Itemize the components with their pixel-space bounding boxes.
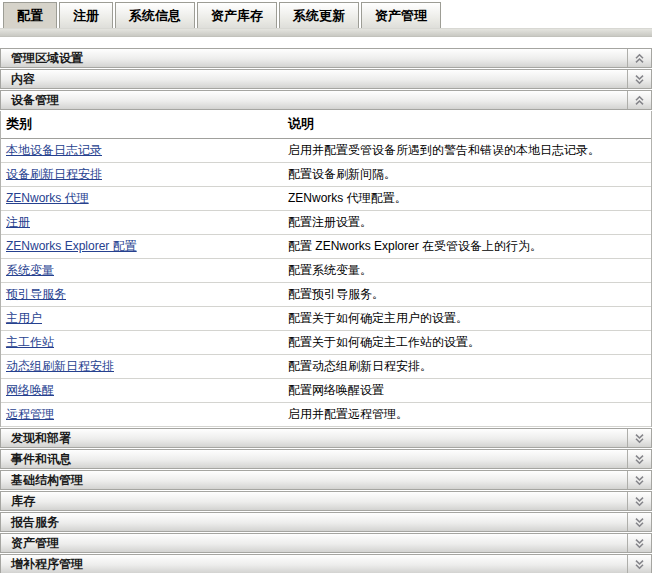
row-description: 配置网络唤醒设置 <box>283 379 651 403</box>
double-chevron-up-icon[interactable] <box>627 91 651 109</box>
category-link[interactable]: 设备刷新日程安排 <box>6 167 102 181</box>
category-table: 类别 说明 本地设备日志记录 启用并配置受管设备所遇到的警告和错误的本地日志记录… <box>1 111 651 427</box>
section-title: 资产管理 <box>1 534 627 552</box>
table-row: 设备刷新日程安排 配置设备刷新间隔。 <box>1 163 651 187</box>
section-title: 设备管理 <box>1 91 627 109</box>
category-link[interactable]: 主工作站 <box>6 335 54 349</box>
category-link[interactable]: 动态组刷新日程安排 <box>6 359 114 373</box>
double-chevron-up-icon[interactable] <box>627 49 651 67</box>
row-description: 配置设备刷新间隔。 <box>283 163 651 187</box>
double-chevron-down-icon[interactable] <box>627 534 651 552</box>
spacer <box>0 37 652 48</box>
section-header-event-and-messaging[interactable]: 事件和讯息 <box>0 449 652 469</box>
row-description: 配置 ZENworks Explorer 在受管设备上的行为。 <box>283 235 651 259</box>
section-title: 基础结构管理 <box>1 471 627 489</box>
section-title: 发现和部署 <box>1 429 627 447</box>
double-chevron-down-icon[interactable] <box>627 471 651 489</box>
section-title: 管理区域设置 <box>1 49 627 67</box>
category-link[interactable]: 本地设备日志记录 <box>6 143 102 157</box>
section-header-reporting-services[interactable]: 报告服务 <box>0 512 652 532</box>
table-row: 网络唤醒 配置网络唤醒设置 <box>1 379 651 403</box>
row-description: 启用并配置远程管理。 <box>283 403 651 427</box>
row-description: 配置系统变量。 <box>283 259 651 283</box>
double-chevron-down-icon[interactable] <box>627 492 651 510</box>
row-description: 配置预引导服务。 <box>283 283 651 307</box>
table-row: ZENworks Explorer 配置 配置 ZENworks Explore… <box>1 235 651 259</box>
section-header-content[interactable]: 内容 <box>0 69 652 89</box>
section-header-asset-management[interactable]: 资产管理 <box>0 533 652 553</box>
tab-asset-inventory[interactable]: 资产库存 <box>197 2 277 28</box>
category-link[interactable]: ZENworks Explorer 配置 <box>6 239 137 253</box>
double-chevron-down-icon[interactable] <box>627 555 651 573</box>
column-header-description: 说明 <box>283 111 651 139</box>
row-description: 配置关于如何确定主工作站的设置。 <box>283 331 651 355</box>
section-header-discovery-and-deployment[interactable]: 发现和部署 <box>0 428 652 448</box>
tab-system-information[interactable]: 系统信息 <box>115 2 195 28</box>
section-title: 报告服务 <box>1 513 627 531</box>
row-description: ZENworks 代理配置。 <box>283 187 651 211</box>
section-header-management-zone-settings[interactable]: 管理区域设置 <box>0 48 652 68</box>
section-header-inventory[interactable]: 库存 <box>0 491 652 511</box>
table-row: 远程管理 启用并配置远程管理。 <box>1 403 651 427</box>
double-chevron-down-icon[interactable] <box>627 450 651 468</box>
category-link[interactable]: 远程管理 <box>6 407 54 421</box>
column-header-category: 类别 <box>1 111 283 139</box>
double-chevron-down-icon[interactable] <box>627 513 651 531</box>
section-header-device-management[interactable]: 设备管理 <box>0 90 652 110</box>
tab-bottom-strip <box>0 28 652 37</box>
double-chevron-down-icon[interactable] <box>627 70 651 88</box>
device-management-table-wrap: 类别 说明 本地设备日志记录 启用并配置受管设备所遇到的警告和错误的本地日志记录… <box>0 111 652 427</box>
section-title: 库存 <box>1 492 627 510</box>
table-row: 系统变量 配置系统变量。 <box>1 259 651 283</box>
table-row: 主用户 配置关于如何确定主用户的设置。 <box>1 307 651 331</box>
table-header-row: 类别 说明 <box>1 111 651 139</box>
table-row: ZENworks 代理 ZENworks 代理配置。 <box>1 187 651 211</box>
section-header-infrastructure-management[interactable]: 基础结构管理 <box>0 470 652 490</box>
category-link[interactable]: 主用户 <box>6 311 42 325</box>
double-chevron-down-icon[interactable] <box>627 429 651 447</box>
top-tab-bar: 配置 注册 系统信息 资产库存 系统更新 资产管理 <box>0 0 652 28</box>
row-description: 配置动态组刷新日程安排。 <box>283 355 651 379</box>
category-link[interactable]: ZENworks 代理 <box>6 191 89 205</box>
section-title: 事件和讯息 <box>1 450 627 468</box>
table-row: 注册 配置注册设置。 <box>1 211 651 235</box>
tab-system-update[interactable]: 系统更新 <box>279 2 359 28</box>
table-row: 主工作站 配置关于如何确定主工作站的设置。 <box>1 331 651 355</box>
tab-asset-management[interactable]: 资产管理 <box>361 2 441 28</box>
section-title: 增补程序管理 <box>1 555 627 573</box>
category-link[interactable]: 预引导服务 <box>6 287 66 301</box>
section-title: 内容 <box>1 70 627 88</box>
table-row: 本地设备日志记录 启用并配置受管设备所遇到的警告和错误的本地日志记录。 <box>1 139 651 163</box>
category-link[interactable]: 网络唤醒 <box>6 383 54 397</box>
table-row: 预引导服务 配置预引导服务。 <box>1 283 651 307</box>
tab-registration[interactable]: 注册 <box>59 2 113 28</box>
table-row: 动态组刷新日程安排 配置动态组刷新日程安排。 <box>1 355 651 379</box>
tab-configuration[interactable]: 配置 <box>3 2 57 28</box>
row-description: 启用并配置受管设备所遇到的警告和错误的本地日志记录。 <box>283 139 651 163</box>
section-header-patch-management[interactable]: 增补程序管理 <box>0 554 652 573</box>
category-link[interactable]: 注册 <box>6 215 30 229</box>
category-link[interactable]: 系统变量 <box>6 263 54 277</box>
row-description: 配置关于如何确定主用户的设置。 <box>283 307 651 331</box>
row-description: 配置注册设置。 <box>283 211 651 235</box>
